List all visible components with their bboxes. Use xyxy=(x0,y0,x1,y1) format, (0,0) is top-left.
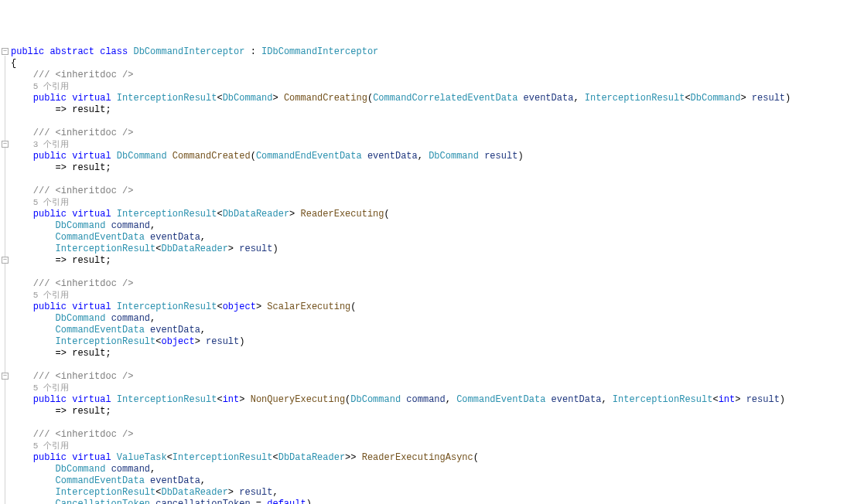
type-name: CommandEventData xyxy=(56,325,145,335)
type-name: DbCommand xyxy=(429,151,479,162)
type-name: DbCommand xyxy=(691,93,741,104)
keyword: public virtual xyxy=(33,93,111,104)
type-name: InterceptionResult xyxy=(117,209,217,220)
type-name: DbDataReader xyxy=(161,243,227,254)
method-body: => result; xyxy=(56,348,111,359)
type-name: DbCommand xyxy=(56,313,106,324)
keyword: public abstract class xyxy=(11,46,128,57)
param-name: eventData xyxy=(150,325,200,335)
codelens-references[interactable]: 5 个引用 xyxy=(33,291,69,300)
type-name: CommandEventData xyxy=(56,232,145,243)
type-name: DbDataReader xyxy=(223,209,289,220)
keyword: public virtual xyxy=(33,301,111,312)
xml-doc-comment: /// <inheritdoc /> xyxy=(33,186,134,196)
type-name: DbCommand xyxy=(56,464,106,475)
type-name: IDbCommandInterceptor xyxy=(261,46,378,57)
param-name: result xyxy=(484,151,517,162)
type-name: InterceptionResult xyxy=(117,93,217,104)
method-name: ReaderExecutingAsync xyxy=(362,452,473,463)
param-name: eventData xyxy=(552,394,602,405)
keyword: int xyxy=(719,394,736,405)
keyword: public virtual xyxy=(33,452,111,463)
fold-toggle-icon[interactable]: − xyxy=(2,257,9,264)
type-name: InterceptionResult xyxy=(56,336,156,347)
keyword: object xyxy=(161,336,194,347)
codelens-references[interactable]: 5 个引用 xyxy=(33,383,69,393)
keyword: public virtual xyxy=(33,151,111,162)
method-name: CommandCreated xyxy=(172,151,251,162)
punct: : xyxy=(251,46,256,57)
type-name: InterceptionResult xyxy=(117,301,217,312)
keyword: default xyxy=(267,499,306,504)
type-name: InterceptionResult xyxy=(613,394,713,405)
codelens-references[interactable]: 5 个引用 xyxy=(33,82,69,91)
type-name: CommandCorrelatedEventData xyxy=(373,93,517,104)
type-name: DbCommandInterceptor xyxy=(133,46,244,57)
type-name: InterceptionResult xyxy=(117,394,217,405)
param-name: result xyxy=(239,243,272,254)
param-name: eventData xyxy=(524,93,574,104)
param-name: command xyxy=(111,220,150,231)
param-name: result xyxy=(746,394,780,405)
param-name: command xyxy=(111,464,150,475)
keyword: public virtual xyxy=(33,209,111,220)
type-name: DbCommand xyxy=(56,220,106,231)
type-name: InterceptionResult xyxy=(585,93,685,104)
xml-doc-comment: /// <inheritdoc /> xyxy=(33,70,134,80)
code-editor[interactable]: − − − − public abstract class DbCommandI… xyxy=(0,46,847,504)
type-name: CommandEventData xyxy=(456,394,545,405)
type-name: CommandEndEventData xyxy=(256,151,362,162)
param-name: eventData xyxy=(367,151,418,162)
xml-doc-comment: /// <inheritdoc /> xyxy=(33,371,134,382)
brace: { xyxy=(11,58,16,69)
method-name: ReaderExecuting xyxy=(301,209,384,220)
method-body: => result; xyxy=(56,104,111,115)
param-name: command xyxy=(406,394,445,405)
type-name: InterceptionResult xyxy=(172,452,273,463)
method-name: ScalarExecuting xyxy=(267,301,350,312)
keyword: int xyxy=(223,394,240,405)
keyword: object xyxy=(223,301,256,312)
param-name: result xyxy=(752,93,785,104)
fold-toggle-icon[interactable]: − xyxy=(2,48,9,55)
code-area[interactable]: public abstract class DbCommandIntercept… xyxy=(11,46,791,504)
codelens-references[interactable]: 3 个引用 xyxy=(33,140,69,149)
type-name: InterceptionResult xyxy=(56,487,156,498)
param-name: command xyxy=(111,313,150,324)
type-name: CancellationToken xyxy=(56,499,150,504)
codelens-references[interactable]: 5 个引用 xyxy=(33,441,69,451)
type-name: ValueTask xyxy=(117,452,167,463)
fold-toggle-icon[interactable]: − xyxy=(2,373,9,380)
param-name: eventData xyxy=(150,232,200,243)
fold-gutter: − − − − xyxy=(0,46,11,504)
xml-doc-comment: /// <inheritdoc /> xyxy=(33,278,134,289)
type-name: DbCommand xyxy=(223,93,273,104)
method-body: => result; xyxy=(56,162,111,173)
param-name: cancellationToken xyxy=(155,499,250,504)
type-name: DbDataReader xyxy=(161,487,227,498)
method-body: => result; xyxy=(56,406,111,417)
type-name: DbDataReader xyxy=(278,452,345,463)
param-name: eventData xyxy=(150,475,200,486)
fold-toggle-icon[interactable]: − xyxy=(2,141,9,148)
method-name: NonQueryExecuting xyxy=(251,394,345,405)
type-name: DbCommand xyxy=(350,394,401,405)
param-name: result xyxy=(239,487,272,498)
param-name: result xyxy=(206,336,239,347)
xml-doc-comment: /// <inheritdoc /> xyxy=(33,128,134,138)
method-body: => result; xyxy=(56,255,111,266)
xml-doc-comment: /// <inheritdoc /> xyxy=(33,429,134,440)
type-name: DbCommand xyxy=(117,151,167,162)
method-name: CommandCreating xyxy=(284,93,367,104)
type-name: CommandEventData xyxy=(56,475,145,486)
keyword: public virtual xyxy=(33,394,111,405)
codelens-references[interactable]: 5 个引用 xyxy=(33,198,69,207)
type-name: InterceptionResult xyxy=(56,243,156,254)
